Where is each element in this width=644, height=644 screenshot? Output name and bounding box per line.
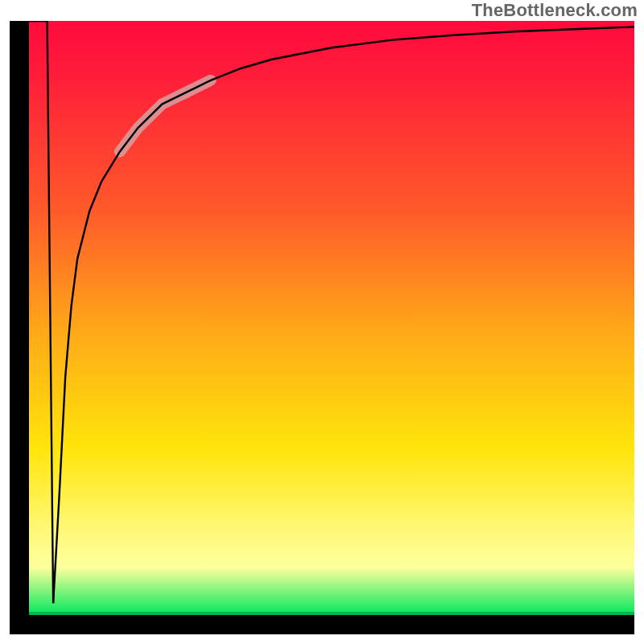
baseline-strip	[29, 612, 634, 615]
curve-svg	[29, 21, 634, 615]
curve-spike	[29, 21, 53, 603]
plot-frame	[10, 21, 634, 634]
curve-highlight	[120, 80, 211, 152]
curve-main	[53, 27, 634, 603]
plot-area	[29, 21, 634, 615]
watermark-text: TheBottleneck.com	[472, 0, 638, 21]
chart-container: TheBottleneck.com	[0, 0, 644, 644]
